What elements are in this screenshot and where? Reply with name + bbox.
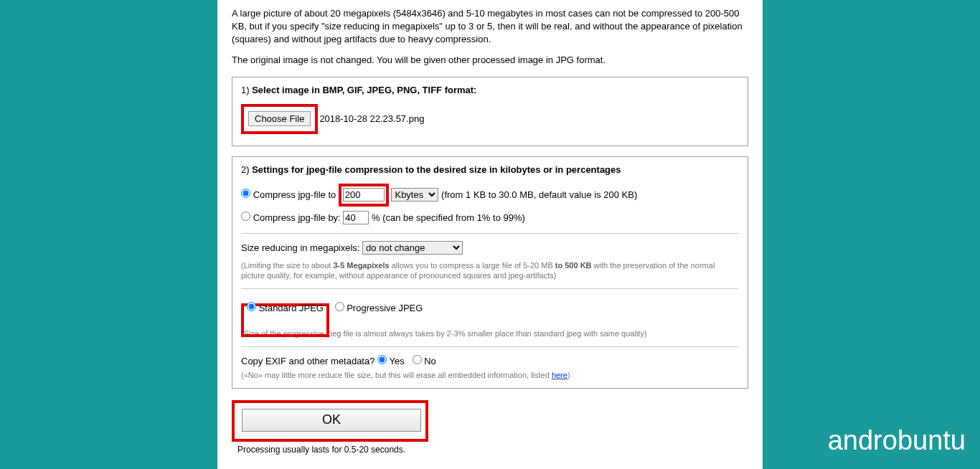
section-compression-settings: 2) Settings for jpeg-file compression to… — [232, 156, 748, 389]
section-select-image: 1) Select image in BMP, GIF, JPEG, PNG, … — [232, 77, 748, 146]
exif-yes-label: Yes — [389, 356, 404, 366]
separator — [241, 233, 739, 234]
selected-filename: 2018-10-28 22.23.57.png — [319, 113, 424, 124]
compress-by-row: Compress jpg-file by: % (can be specifie… — [241, 211, 739, 226]
highlight-ok-button: OK — [232, 400, 428, 442]
section2-heading: 2) Settings for jpeg-file compression to… — [241, 164, 739, 175]
highlight-choose-file: Choose File — [241, 104, 318, 134]
separator — [241, 288, 739, 289]
section1-heading: 1) Select image in BMP, GIF, JPEG, PNG, … — [241, 85, 739, 95]
exif-row: Copy EXIF and other metadata? Yes No — [241, 354, 739, 369]
compress-to-label: Compress jpg-file to — [253, 189, 339, 200]
exif-here-link[interactable]: here — [552, 371, 567, 379]
separator — [241, 346, 739, 347]
compress-to-radio[interactable] — [241, 189, 250, 198]
exif-hint: («No» may little more reduce file size, … — [241, 370, 739, 380]
compress-to-hint: (from 1 KB to 30.0 MB, default value is … — [441, 189, 637, 200]
ok-button[interactable]: OK — [242, 409, 421, 432]
exif-no-radio[interactable] — [413, 355, 422, 364]
intro-text: A large picture of about 20 megapixels (… — [232, 7, 748, 67]
size-reduce-select[interactable]: do not change — [362, 241, 463, 255]
compress-by-label: Compress jpg-file by: — [253, 212, 344, 223]
compress-by-radio[interactable] — [241, 212, 250, 221]
compress-to-unit-select[interactable]: Kbytes — [391, 188, 438, 202]
exif-yes-radio[interactable] — [377, 355, 387, 364]
progressive-jpeg-radio[interactable] — [335, 302, 344, 311]
size-reduce-hint: (Limiting the size to about 3-5 Megapixe… — [241, 260, 739, 281]
watermark-logo: androbuntu — [828, 425, 966, 456]
jpeg-type-row: Standard JPEG Progressive JPEG — [241, 296, 739, 331]
compress-to-row: Compress jpg-file to Kbytes (from 1 KB t… — [241, 184, 739, 207]
choose-file-button[interactable]: Choose File — [248, 111, 311, 126]
size-reduce-label: Size reducing in megapixels: — [241, 242, 362, 253]
compress-by-suffix: % (can be specified from 1% to 99%) — [372, 212, 525, 223]
standard-jpeg-radio[interactable] — [247, 302, 256, 311]
highlight-standard-jpeg: Standard JPEG — [241, 303, 329, 338]
progressive-jpeg-label: Progressive JPEG — [347, 303, 423, 313]
compress-to-input[interactable] — [343, 188, 385, 202]
exif-label: Copy EXIF and other metadata? — [241, 356, 377, 366]
size-reduce-row: Size reducing in megapixels: do not chan… — [241, 241, 739, 256]
intro-paragraph-2: The original image is not changed. You w… — [232, 54, 748, 67]
compress-by-input[interactable] — [343, 211, 369, 224]
standard-jpeg-label: Standard JPEG — [259, 303, 324, 313]
highlight-size-input — [339, 184, 389, 207]
processing-note: Processing usually lasts for 0.5-20 seco… — [237, 445, 748, 455]
intro-paragraph-1: A large picture of about 20 megapixels (… — [232, 7, 748, 47]
exif-no-label: No — [424, 356, 436, 366]
